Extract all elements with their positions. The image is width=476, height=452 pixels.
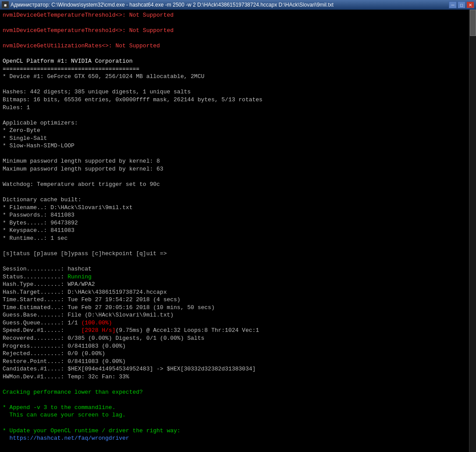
console-line: Dictionary cache built: bbox=[3, 196, 466, 204]
console-line: * Bytes.....: 96473892 bbox=[3, 219, 466, 227]
console-line bbox=[3, 111, 466, 119]
console-line: Guess.Queue......: 1/1 (100.00%) bbox=[3, 319, 466, 327]
console-line bbox=[3, 173, 466, 181]
console-line: * Zero-Byte bbox=[3, 127, 466, 135]
console-line: Maximum password length supported by ker… bbox=[3, 165, 466, 173]
console-line bbox=[3, 442, 466, 450]
console-line bbox=[3, 419, 466, 427]
console-content: nvmlDeviceGetTemperatureThreshold<>: Not… bbox=[3, 11, 466, 450]
console-line bbox=[3, 50, 466, 58]
console-line bbox=[3, 396, 466, 404]
console-line: Guess.Base.......: File (D:\HAck\Slovari… bbox=[3, 311, 466, 319]
console-line: nvmlDeviceGetTemperatureThreshold<>: Not… bbox=[3, 11, 466, 19]
window-title: Администратор: C:\Windows\system32\cmd.e… bbox=[11, 2, 334, 8]
console-line: [s]tatus [p]ause [b]ypass [c]heckpoint [… bbox=[3, 250, 466, 258]
console-line: Watchdog: Temperature abort trigger set … bbox=[3, 181, 466, 189]
console-line: ======================================== bbox=[3, 65, 466, 73]
console-line: * Passwords.: 8411083 bbox=[3, 211, 466, 219]
console-body: nvmlDeviceGetTemperatureThreshold<>: Not… bbox=[0, 10, 476, 452]
console-line bbox=[3, 258, 466, 266]
console-line: OpenCL Platform #1: NVIDIA Corporation bbox=[3, 57, 466, 65]
title-bar: ■ Администратор: C:\Windows\system32\cmd… bbox=[0, 0, 476, 10]
console-line: Time.Started.....: Tue Feb 27 19:54:22 2… bbox=[3, 296, 466, 304]
scrollbar-thumb[interactable] bbox=[470, 10, 476, 36]
console-line: Status...........: Running bbox=[3, 273, 466, 281]
console-line: * Keyspace..: 8411083 bbox=[3, 227, 466, 235]
console-line bbox=[3, 81, 466, 89]
console-line: https://hashcat.net/faq/wrongdriver bbox=[3, 434, 466, 442]
console-line: * Filename..: D:\HAck\Slovari\9mil.txt bbox=[3, 204, 466, 212]
console-line: Rules: 1 bbox=[3, 104, 466, 112]
console-line bbox=[3, 381, 466, 388]
console-line: Hash.Type........: WPA/WPA2 bbox=[3, 281, 466, 288]
console-line: * Update your OpenCL runtime / driver th… bbox=[3, 427, 466, 435]
console-line: Minimum password length supported by ker… bbox=[3, 157, 466, 165]
console-line: * Runtime...: 1 sec bbox=[3, 235, 466, 242]
title-bar-buttons: ─ □ ✕ bbox=[449, 1, 474, 8]
console-line: Session..........: hashcat bbox=[3, 265, 466, 273]
scrollbar[interactable] bbox=[469, 10, 476, 452]
console-line: * Single-Salt bbox=[3, 135, 466, 142]
console-line: This can cause your screen to lag. bbox=[3, 411, 466, 419]
console-line: Hashes: 442 digests; 385 unique digests,… bbox=[3, 88, 466, 96]
console-line: Candidates.#1....: $HEX[094e414954534952… bbox=[3, 365, 466, 373]
console-line bbox=[3, 150, 466, 158]
cmd-icon: ■ bbox=[2, 1, 9, 8]
console-line bbox=[3, 19, 466, 27]
console-line: nvmlDeviceGetUtilizationRates<>: Not Sup… bbox=[3, 42, 466, 50]
console-line: Time.Estimated...: Tue Feb 27 20:05:16 2… bbox=[3, 304, 466, 312]
console-line: * Slow-Hash-SIMD-LOOP bbox=[3, 142, 466, 150]
close-button[interactable]: ✕ bbox=[466, 1, 474, 8]
console-line: Bitmaps: 16 bits, 65536 entries, 0x0000f… bbox=[3, 96, 466, 104]
console-line: Progress.........: 0/8411083 (0.00%) bbox=[3, 342, 466, 350]
minimize-button[interactable]: ─ bbox=[449, 1, 457, 8]
console-line: Applicable optimizers: bbox=[3, 119, 466, 127]
console-line: * Create more work items to make use of … bbox=[3, 450, 466, 450]
title-bar-left: ■ Администратор: C:\Windows\system32\cmd… bbox=[2, 1, 334, 8]
console-line: Hash.Target......: D:\HAck\4386151973872… bbox=[3, 288, 466, 296]
console-line: nvmlDeviceGetTemperatureThreshold<>: Not… bbox=[3, 27, 466, 35]
console-line: Speed.Dev.#1.....: [2928 H/s](9.75ms) @ … bbox=[3, 327, 466, 335]
console-line: * Device #1: GeForce GTX 650, 256/1024 M… bbox=[3, 73, 466, 81]
console-line: HWMon.Dev.#1.....: Temp: 32c Fan: 33% bbox=[3, 373, 466, 381]
restore-button[interactable]: □ bbox=[458, 1, 465, 8]
console-line: Recovered........: 0/385 (0.00%) Digests… bbox=[3, 335, 466, 342]
console-line bbox=[3, 242, 466, 250]
console-line: Restore.Point....: 0/8411083 (0.00%) bbox=[3, 358, 466, 366]
console-line: * Append -v 3 to the commandline. bbox=[3, 404, 466, 412]
console-line: Rejected.........: 0/0 (0.00%) bbox=[3, 350, 466, 358]
console-line: Cracking performance lower than expected… bbox=[3, 388, 466, 396]
console-line bbox=[3, 189, 466, 196]
console-line bbox=[3, 35, 466, 43]
